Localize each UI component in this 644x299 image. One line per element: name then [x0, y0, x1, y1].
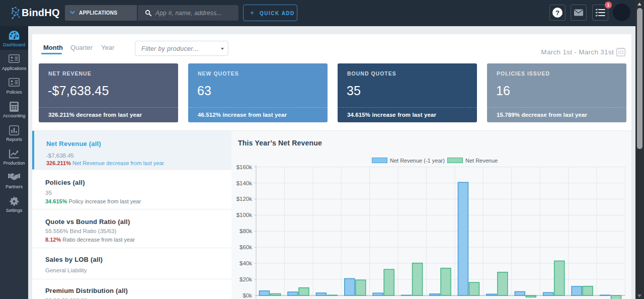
svg-text:$20k: $20k	[239, 276, 252, 282]
svg-text:$60k: $60k	[239, 244, 252, 250]
svg-text:$120k: $120k	[236, 196, 253, 202]
svg-text:$140k: $140k	[236, 180, 253, 186]
svg-text:$100k: $100k	[236, 212, 253, 218]
svg-text:$160k: $160k	[236, 164, 253, 170]
svg-text:$0k: $0k	[243, 292, 252, 298]
svg-text:$80k: $80k	[239, 228, 252, 234]
svg-text:?: ?	[555, 9, 559, 17]
svg-text:$40k: $40k	[239, 260, 252, 266]
